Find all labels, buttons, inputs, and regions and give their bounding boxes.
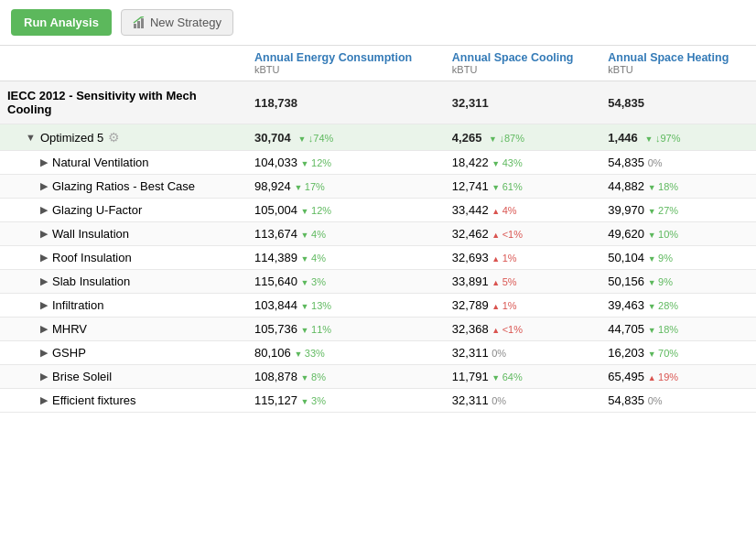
new-strategy-button[interactable]: New Strategy (121, 9, 233, 36)
row-cooling: 32,462 <1% (445, 222, 600, 246)
row-heating: 49,620 10% (600, 222, 756, 246)
row-name: Roof Insulation (52, 251, 132, 264)
energy-delta: 12% (301, 157, 331, 168)
table-row: ▶ Brise Soleil 108,878 8% 11,791 64% 65,… (0, 365, 756, 389)
expand-icon[interactable]: ▶ (40, 180, 48, 192)
energy-delta: 3% (301, 395, 326, 406)
col-name-header (0, 46, 247, 81)
cooling-delta: 5% (491, 276, 516, 287)
energy-delta: 17% (294, 181, 324, 192)
gear-icon[interactable]: ⚙ (108, 130, 120, 145)
row-energy: 103,844 13% (247, 294, 445, 318)
row-name-cell: ▶ Natural Ventilation (0, 151, 247, 175)
optimized-energy-delta: ↓74% (297, 133, 333, 144)
table-row: ▶ GSHP 80,106 33% 32,311 0% 16,203 70% (0, 341, 756, 365)
row-heating: 54,835 0% (600, 389, 756, 413)
optimized-energy: 30,704 ↓74% (247, 124, 445, 151)
cooling-delta: 1% (491, 253, 516, 264)
table-row: ▶ Glazing Ratios - Best Case 98,924 17% … (0, 175, 756, 199)
row-cooling: 12,741 61% (445, 175, 600, 199)
baseline-energy: 118,738 (247, 81, 445, 124)
row-name: Natural Ventilation (52, 156, 149, 169)
row-name: GSHP (52, 346, 86, 360)
energy-delta: 8% (301, 371, 326, 382)
row-heating: 16,203 70% (600, 341, 756, 365)
row-cooling: 32,368 <1% (445, 318, 600, 341)
optimized-cooling-delta: ↓87% (489, 133, 524, 144)
table-row: ▶ Natural Ventilation 104,033 12% 18,422… (0, 151, 756, 175)
energy-delta: 12% (301, 205, 331, 216)
expand-icon[interactable]: ▶ (40, 347, 48, 359)
row-energy: 115,127 3% (247, 389, 445, 413)
row-name: Brise Soleil (52, 370, 112, 383)
heating-delta: 18% (648, 324, 678, 335)
table-row: ▶ Infiltration 103,844 13% 32,789 1% 39,… (0, 294, 756, 318)
run-analysis-button[interactable]: Run Analysis (11, 9, 112, 36)
heating-delta: 70% (648, 348, 678, 359)
collapse-icon[interactable]: ▼ (26, 132, 36, 143)
row-name-cell: ▶ Roof Insulation (0, 246, 247, 270)
row-name-cell: ▶ MHRV (0, 318, 247, 341)
baseline-cooling: 32,311 (445, 81, 600, 124)
row-cooling: 32,693 1% (445, 246, 600, 270)
optimized-row: ▼ Optimized 5 ⚙ 30,704 ↓74% 4,265 ↓87% 1… (0, 124, 756, 151)
optimized-name-text: Optimized 5 (40, 131, 103, 145)
row-energy: 105,736 11% (247, 318, 445, 341)
row-name-cell: ▶ GSHP (0, 341, 247, 365)
cooling-delta: 1% (491, 300, 516, 311)
expand-icon[interactable]: ▶ (40, 156, 48, 168)
energy-delta: 3% (301, 276, 326, 287)
baseline-row: IECC 2012 - Sensitivity with Mech Coolin… (0, 81, 756, 124)
heating-delta: 18% (648, 181, 678, 192)
heating-delta: 28% (648, 300, 678, 311)
table-row: ▶ Glazing U-Factor 105,004 12% 33,442 4%… (0, 199, 756, 222)
expand-icon[interactable]: ▶ (40, 204, 48, 216)
expand-icon[interactable]: ▶ (40, 371, 48, 382)
new-strategy-icon (133, 16, 146, 29)
row-energy: 80,106 33% (247, 341, 445, 365)
table-row: ▶ Wall Insulation 113,674 4% 32,462 <1% … (0, 222, 756, 246)
row-name: MHRV (52, 322, 87, 336)
toolbar: Run Analysis New Strategy (0, 0, 756, 46)
baseline-name-text: IECC 2012 - Sensitivity with Mech Coolin… (7, 89, 240, 116)
row-name-cell: ▶ Efficient fixtures (0, 389, 247, 413)
expand-icon[interactable]: ▶ (40, 394, 48, 406)
row-name-cell: ▶ Slab Insulation (0, 270, 247, 294)
table-row: ▶ Efficient fixtures 115,127 3% 32,311 0… (0, 389, 756, 413)
expand-icon[interactable]: ▶ (40, 228, 48, 240)
optimized-heating-delta: ↓97% (644, 133, 680, 144)
heating-delta: 0% (648, 395, 663, 406)
row-energy: 115,640 3% (247, 270, 445, 294)
baseline-heating: 54,835 (600, 81, 756, 124)
optimized-cooling: 4,265 ↓87% (445, 124, 600, 151)
row-name: Slab Insulation (52, 274, 130, 288)
row-heating: 39,463 28% (600, 294, 756, 318)
cooling-delta: 4% (491, 205, 516, 216)
cooling-delta: <1% (491, 229, 523, 240)
svg-rect-1 (137, 21, 140, 28)
row-energy: 98,924 17% (247, 175, 445, 199)
expand-icon[interactable]: ▶ (40, 275, 48, 287)
svg-rect-0 (134, 24, 136, 28)
row-name: Glazing Ratios - Best Case (52, 179, 195, 193)
row-energy: 104,033 12% (247, 151, 445, 175)
row-cooling: 11,791 64% (445, 365, 600, 389)
row-name-cell: ▶ Glazing U-Factor (0, 199, 247, 222)
row-name-cell: ▶ Brise Soleil (0, 365, 247, 389)
row-name: Efficient fixtures (52, 393, 136, 407)
row-energy: 108,878 8% (247, 365, 445, 389)
row-cooling: 33,891 5% (445, 270, 600, 294)
row-heating: 39,970 27% (600, 199, 756, 222)
energy-delta: 4% (301, 253, 326, 264)
row-cooling: 32,311 0% (445, 341, 600, 365)
row-cooling: 33,442 4% (445, 199, 600, 222)
col-heating-header: Annual Space Heating kBTU (600, 46, 756, 81)
cooling-delta: 43% (491, 157, 522, 168)
row-energy: 105,004 12% (247, 199, 445, 222)
cooling-delta: 64% (491, 371, 522, 382)
expand-icon[interactable]: ▶ (40, 252, 48, 264)
expand-icon[interactable]: ▶ (40, 299, 48, 311)
cooling-delta: 0% (491, 348, 506, 359)
row-cooling: 18,422 43% (445, 151, 600, 175)
expand-icon[interactable]: ▶ (40, 323, 48, 335)
